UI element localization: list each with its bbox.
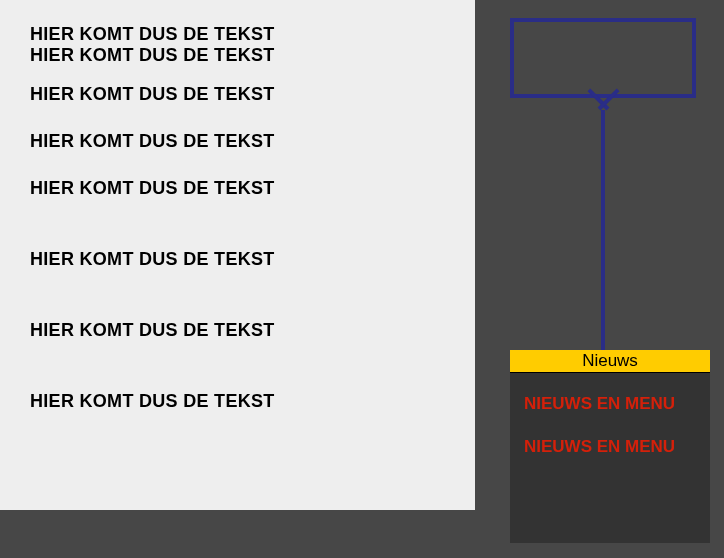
content-text-line: HIER KOMT DUS DE TEKST (30, 320, 475, 341)
content-panel: HIER KOMT DUS DE TEKST HIER KOMT DUS DE … (0, 0, 475, 510)
content-text-line: HIER KOMT DUS DE TEKST (30, 249, 475, 270)
content-text-line: HIER KOMT DUS DE TEKST (30, 178, 475, 199)
annotation-arrow-shaft (601, 110, 605, 360)
content-text-line: HIER KOMT DUS DE TEKST (30, 84, 475, 105)
news-sidebar-body: NIEUWS EN MENU NIEUWS EN MENU (510, 373, 710, 543)
news-sidebar-header: Nieuws (510, 350, 710, 373)
content-text-line: HIER KOMT DUS DE TEKST (30, 24, 475, 45)
content-text-line: HIER KOMT DUS DE TEKST (30, 391, 475, 412)
content-text-line: HIER KOMT DUS DE TEKST (30, 45, 475, 66)
news-item[interactable]: NIEUWS EN MENU (524, 393, 696, 414)
annotation-box (510, 18, 696, 98)
news-sidebar: Nieuws NIEUWS EN MENU NIEUWS EN MENU (510, 350, 710, 543)
news-item[interactable]: NIEUWS EN MENU (524, 436, 696, 457)
content-text-line: HIER KOMT DUS DE TEKST (30, 131, 475, 152)
